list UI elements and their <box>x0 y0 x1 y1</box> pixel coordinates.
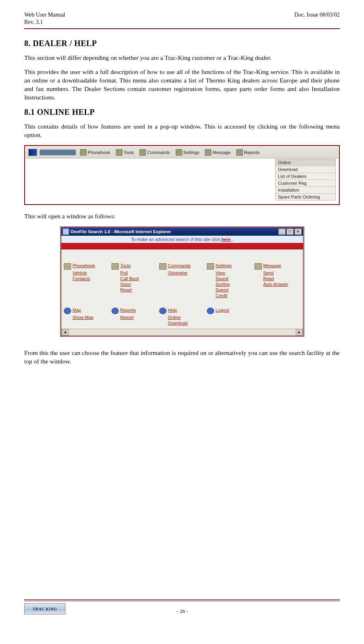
link-sorting[interactable]: Sorting <box>216 282 253 287</box>
help-link-grid-2: Map Reports Help Logout Show Map Report … <box>64 308 301 325</box>
menu-settings[interactable]: Settings <box>174 149 201 156</box>
col-help[interactable]: Help <box>168 308 205 314</box>
commands-icon <box>139 149 146 156</box>
para-5: From this the user can choose the featur… <box>24 349 340 366</box>
menu-message[interactable]: Message <box>203 149 232 156</box>
para-3: This contains details of how features ar… <box>24 122 340 139</box>
close-button[interactable]: × <box>295 228 302 235</box>
reports-icon <box>236 149 243 156</box>
screenshot-toolbar: Phonebook Tools Commands Settings Messag… <box>24 145 340 205</box>
map-icon <box>64 308 71 314</box>
minimize-button[interactable]: _ <box>278 228 286 235</box>
menu-tools[interactable]: Tools <box>114 149 136 156</box>
link-odometer[interactable]: Odometer <box>168 270 205 275</box>
link-help-download[interactable]: Download <box>168 321 205 325</box>
heading-8-1: 8.1 ONLINE HELP <box>24 108 340 117</box>
help-dropdown: Online Download List of Dealers Customer… <box>275 159 336 201</box>
reports-icon <box>112 308 119 314</box>
link-read[interactable]: Read <box>263 276 301 281</box>
maximize-button[interactable]: □ <box>286 228 294 235</box>
link-voice[interactable]: Voice <box>120 282 158 287</box>
screenshot-popup: OneFile Search 1.0 - Microsoft Internet … <box>60 226 304 337</box>
dropdown-item-dealers[interactable]: List of Dealers <box>276 173 335 180</box>
link-sound[interactable]: Sound <box>216 276 253 281</box>
dropdown-item-customer-reg[interactable]: Customer Reg <box>276 180 335 187</box>
menu-toolbar: Phonebook Tools Commands Settings Messag… <box>26 147 338 158</box>
link-vehicle[interactable]: Vehicle <box>73 270 110 275</box>
tools-icon <box>116 149 122 156</box>
col-message[interactable]: Message <box>263 263 301 270</box>
para-2: This provides the user with a full descr… <box>24 68 340 102</box>
popup-redbar <box>61 243 303 249</box>
link-showmap[interactable]: Show Map <box>73 315 110 320</box>
link-report[interactable]: Report <box>120 315 158 320</box>
menu-commands[interactable]: Commands <box>138 149 171 156</box>
commands-icon <box>159 263 166 270</box>
phonebook-icon <box>64 263 71 270</box>
popup-title: OneFile Search 1.0 - Microsoft Internet … <box>71 229 171 234</box>
header-left-1: Web User Manual <box>24 11 65 19</box>
popup-scrollbar[interactable]: ◂ ▸ <box>61 329 303 336</box>
col-reports[interactable]: Reports <box>120 308 158 314</box>
dropdown-item-online[interactable]: Online <box>276 159 335 166</box>
link-send[interactable]: Send <box>263 270 301 275</box>
scroll-right-icon[interactable]: ▸ <box>296 329 303 336</box>
brand-text-icon <box>40 150 76 155</box>
para-4: This will open a window as follows: <box>24 212 340 221</box>
link-view[interactable]: View <box>216 270 253 275</box>
dropdown-item-download[interactable]: Download <box>276 166 335 173</box>
link-poll[interactable]: Poll <box>120 270 158 275</box>
page-number: - 26 - <box>65 608 299 614</box>
dropdown-item-spare-parts[interactable]: Spare Parts Ordering <box>276 194 335 200</box>
advanced-search-link[interactable]: here <box>221 237 231 242</box>
logout-icon <box>207 308 214 314</box>
link-help-online[interactable]: Online <box>168 315 205 320</box>
heading-8: 8. DEALER / HELP <box>24 39 340 48</box>
phonebook-icon <box>80 149 86 156</box>
link-credit[interactable]: Credit <box>216 293 253 298</box>
header-rule <box>24 28 340 29</box>
col-phonebook[interactable]: Phonebook <box>73 263 110 270</box>
help-link-grid: Phonebook Tools Commands Settings Messag… <box>64 263 301 298</box>
scroll-left-icon[interactable]: ◂ <box>61 329 69 336</box>
tools-icon <box>112 263 119 270</box>
link-speed[interactable]: Speed <box>216 287 253 292</box>
footer-rule <box>24 600 340 600</box>
header-left-2: Rev. 3.1 <box>24 19 65 26</box>
help-icon <box>159 308 166 314</box>
col-map[interactable]: Map <box>73 308 110 314</box>
dropdown-item-installation[interactable]: Installation <box>276 187 335 194</box>
ie-icon <box>63 228 69 235</box>
link-contacts[interactable]: Contacts <box>73 276 110 281</box>
message-icon <box>205 149 211 156</box>
col-logout[interactable]: Logout <box>216 308 253 314</box>
header-right: Doc. Issue 08/03/02 <box>295 11 340 26</box>
link-autoanswer[interactable]: Auto Answer <box>263 282 301 287</box>
link-callback[interactable]: Call Back <box>120 276 158 281</box>
footer-logo: TRAC KING <box>24 603 65 614</box>
settings-icon <box>176 149 182 156</box>
link-reset[interactable]: Reset <box>120 287 158 292</box>
col-settings[interactable]: Settings <box>216 263 253 270</box>
popup-titlebar: OneFile Search 1.0 - Microsoft Internet … <box>61 228 303 236</box>
popup-banner: To make an advanced search of this site … <box>61 236 303 243</box>
menu-phonebook[interactable]: Phonebook <box>78 149 112 156</box>
para-1: This section will differ depending on wh… <box>24 54 340 62</box>
col-tools[interactable]: Tools <box>120 263 158 270</box>
col-commands[interactable]: Commands <box>168 263 205 270</box>
menu-reports[interactable]: Reports <box>235 149 261 156</box>
settings-icon <box>207 263 214 270</box>
brand-logo-icon <box>28 149 37 156</box>
message-icon <box>255 263 262 270</box>
